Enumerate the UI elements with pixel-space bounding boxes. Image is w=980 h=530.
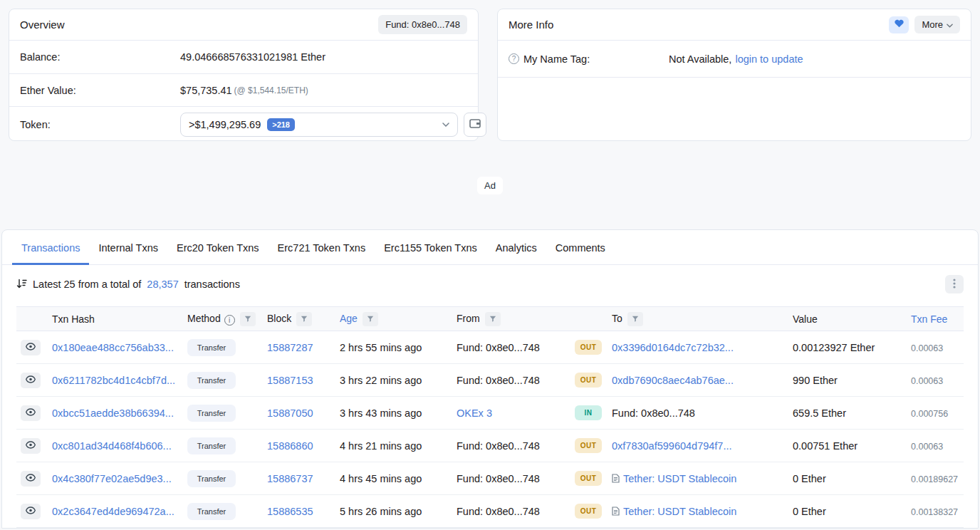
ether-rate: (@ $1,544.15/ETH) (234, 85, 308, 95)
more-button-label: More (922, 19, 943, 30)
table-header-row: Txn Hash Methodi Block Age From To Value… (16, 307, 964, 331)
block-filter-button[interactable] (296, 312, 312, 326)
txn-hash-link[interactable]: 0x2c3647ed4de969472a... (52, 506, 174, 517)
value-text: 990 Ether (793, 375, 838, 386)
summary-text-group: Latest 25 from a total of 28,357 transac… (16, 279, 240, 291)
more-info-card-header: More Info More (498, 9, 971, 41)
age-filter-button[interactable] (363, 312, 378, 326)
block-link[interactable]: 15886860 (267, 440, 313, 452)
token-label: Token: (20, 119, 180, 130)
block-link[interactable]: 15887050 (267, 407, 313, 419)
eye-icon (26, 473, 36, 484)
table-row: 0xbcc51aedde38b66394... Transfer 1588705… (16, 397, 964, 430)
eye-icon (26, 342, 36, 353)
direction-badge: OUT (575, 373, 602, 388)
overview-card: Overview Fund: 0x8e0...748 Balance: 49.0… (9, 9, 479, 141)
transactions-tbody: 0x180eae488cc756ab33... Transfer 1588728… (16, 331, 964, 528)
table-row: 0x2c3647ed4de969472a... Transfer 1588653… (16, 495, 964, 528)
txn-hash-link[interactable]: 0x180eae488cc756ab33... (52, 342, 174, 353)
kebab-icon (953, 279, 956, 291)
summary-prefix: Latest 25 from a total of (33, 279, 141, 290)
favorite-button[interactable] (889, 16, 909, 33)
tab-erc721-token-txns[interactable]: Erc721 Token Txns (269, 230, 375, 265)
eye-preview-button[interactable] (21, 340, 41, 355)
token-row: Token: >$1,499,295.69 >218 (9, 106, 478, 142)
more-info-title: More Info (509, 19, 553, 31)
eye-preview-button[interactable] (21, 405, 41, 421)
table-options-button[interactable] (945, 275, 964, 293)
method-badge: Transfer (187, 372, 236, 389)
wallet-button[interactable] (464, 113, 486, 137)
block-link[interactable]: 15886737 (267, 473, 313, 484)
contract-file-icon (612, 474, 620, 483)
from-address: Fund: 0x8e0...748 (457, 506, 540, 517)
to-address[interactable]: 0xf7830af599604d794f7... (612, 440, 732, 452)
to-address[interactable]: 0x3396d0164dc7c72b32... (612, 342, 734, 353)
block-link[interactable]: 15887287 (267, 342, 313, 353)
txn-hash-link[interactable]: 0x4c380f77e02ae5d9e3... (52, 473, 172, 484)
tab-comments[interactable]: Comments (546, 230, 615, 265)
from-filter-button[interactable] (485, 312, 501, 326)
direction-badge: OUT (575, 471, 602, 486)
ether-value-label: Ether Value: (20, 85, 180, 96)
age-text: 4 hrs 21 mins ago (340, 440, 422, 452)
tab-erc1155-token-txns[interactable]: Erc1155 Token Txns (375, 230, 486, 265)
summary-row: Latest 25 from a total of 28,357 transac… (2, 265, 978, 302)
header-age[interactable]: Age (335, 307, 452, 331)
fund-address-badge[interactable]: Fund: 0x8e0...748 (378, 15, 467, 34)
total-transactions-link[interactable]: 28,357 (147, 279, 178, 290)
more-info-card: More Info More ? My Name Tag: (497, 9, 971, 141)
login-to-update-link[interactable]: login to update (735, 53, 803, 65)
to-address[interactable]: Tether: USDT Stablecoin (623, 506, 736, 517)
name-tag-row: ? My Name Tag: Not Available, login to u… (498, 41, 971, 78)
chevron-down-icon (442, 123, 449, 127)
to-address[interactable]: 0xdb7690c8aec4ab76ae... (612, 375, 734, 386)
info-circle-icon[interactable]: i (224, 315, 235, 326)
header-txn-fee[interactable]: Txn Fee (907, 307, 964, 331)
tab-analytics[interactable]: Analytics (486, 230, 546, 265)
txn-fee-text: 0.00138327 (911, 507, 958, 517)
txn-hash-link[interactable]: 0xbcc51aedde38b66394... (52, 407, 174, 419)
to-address[interactable]: Tether: USDT Stablecoin (623, 473, 736, 484)
wallet-icon (469, 118, 481, 130)
eye-preview-button[interactable] (21, 471, 41, 487)
tab-transactions[interactable]: Transactions (12, 230, 89, 265)
value-text: 0.00123927 Ether (793, 342, 875, 353)
tab-erc20-token-txns[interactable]: Erc20 Token Txns (167, 230, 269, 265)
from-address: Fund: 0x8e0...748 (457, 440, 540, 452)
eye-preview-button[interactable] (21, 438, 41, 454)
token-total-value: >$1,499,295.69 (189, 119, 261, 130)
txn-hash-link[interactable]: 0x6211782bc4d1c4cbf7d... (52, 375, 175, 386)
token-count-badge: >218 (267, 118, 295, 131)
eye-icon (26, 506, 36, 516)
header-method: Methodi (183, 307, 263, 331)
value-text: 659.5 Ether (793, 407, 846, 419)
from-address: Fund: 0x8e0...748 (457, 375, 540, 386)
token-dropdown[interactable]: >$1,499,295.69 >218 (180, 113, 458, 137)
from-address[interactable]: OKEx 3 (457, 407, 492, 419)
header-txn-hash: Txn Hash (48, 307, 183, 331)
header-from: From (452, 307, 570, 331)
ether-value-row: Ether Value: $75,735.41 (@ $1,544.15/ETH… (9, 73, 478, 106)
header-direction-column (570, 307, 608, 331)
txn-hash-link[interactable]: 0xc801ad34d468f4b606... (52, 440, 172, 452)
method-badge: Transfer (187, 405, 236, 422)
transactions-table: Txn Hash Methodi Block Age From To Value… (16, 306, 964, 528)
block-link[interactable]: 15887153 (267, 375, 313, 386)
tab-bar: Transactions Internal Txns Erc20 Token T… (2, 230, 978, 265)
method-filter-button[interactable] (240, 312, 256, 326)
eye-preview-button[interactable] (21, 373, 41, 388)
direction-badge: OUT (575, 504, 602, 519)
method-badge: Transfer (187, 503, 236, 520)
ad-strip: Ad (0, 141, 980, 229)
method-badge: Transfer (187, 470, 236, 487)
tab-internal-txns[interactable]: Internal Txns (89, 230, 167, 265)
eye-icon (26, 440, 36, 451)
question-circle-icon[interactable]: ? (509, 53, 519, 64)
block-link[interactable]: 15886535 (267, 506, 313, 517)
to-filter-button[interactable] (627, 312, 643, 326)
header-value: Value (788, 307, 907, 331)
eye-preview-button[interactable] (21, 504, 41, 519)
name-tag-label-group: ? My Name Tag: (509, 53, 669, 65)
more-dropdown-button[interactable]: More (914, 16, 960, 33)
